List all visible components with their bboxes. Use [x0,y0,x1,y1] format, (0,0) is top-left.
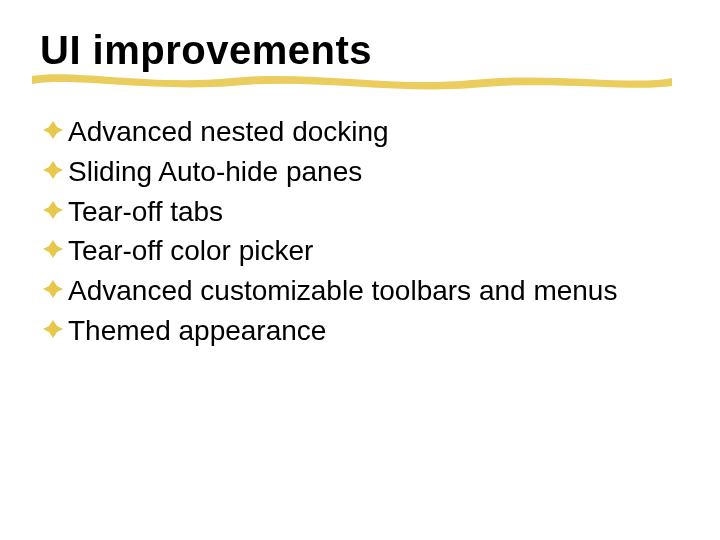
slide-title: UI improvements [40,28,680,73]
list-item-text: Advanced customizable toolbars and menus [68,275,617,306]
bullet-icon [42,199,64,221]
bullet-icon [42,318,64,340]
list-item: Tear-off color picker [68,232,680,270]
list-item: Tear-off tabs [68,193,680,231]
bullet-icon [42,238,64,260]
list-item-text: Sliding Auto-hide panes [68,156,362,187]
list-item-text: Advanced nested docking [68,116,389,147]
list-item: Sliding Auto-hide panes [68,153,680,191]
bullet-icon [42,159,64,181]
list-item: Themed appearance [68,312,680,350]
list-item-text: Themed appearance [68,315,326,346]
list-item-text: Tear-off color picker [68,235,313,266]
title-block: UI improvements [40,28,680,73]
list-item-text: Tear-off tabs [68,196,223,227]
bullet-list: Advanced nested docking Sliding Auto-hid… [40,113,680,350]
list-item: Advanced customizable toolbars and menus [68,272,680,310]
list-item: Advanced nested docking [68,113,680,151]
bullet-icon [42,278,64,300]
bullet-icon [42,119,64,141]
slide: UI improvements Advanced nested docking … [0,0,720,540]
